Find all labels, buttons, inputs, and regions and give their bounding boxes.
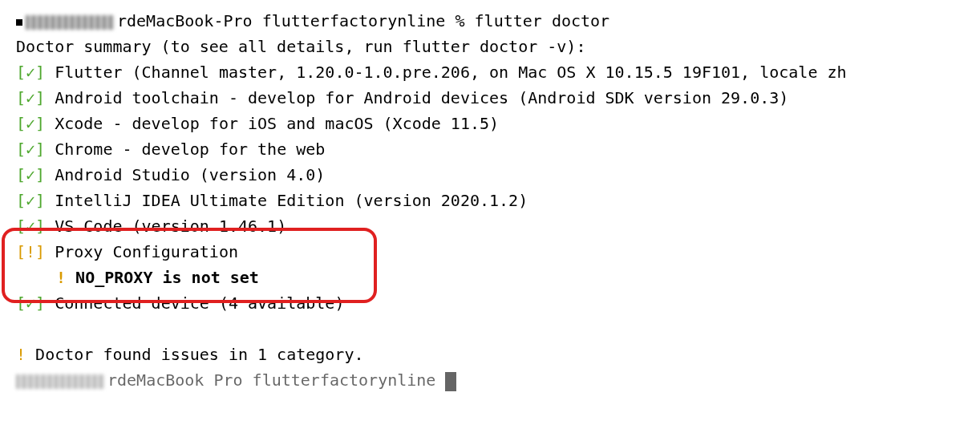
footer-text: Doctor found issues in 1 category. (35, 345, 363, 364)
check-text: VS Code (version 1.46.1) (55, 216, 286, 236)
bracket-close: ] (35, 88, 45, 107)
check-row: [✓] VS Code (version 1.46.1) (16, 213, 964, 239)
checks-list: [✓] Flutter (Channel master, 1.20.0-1.0.… (16, 59, 964, 316)
bracket-close: ] (35, 63, 45, 82)
bracket-close: ] (35, 191, 45, 210)
check-icon: ✓ (26, 63, 35, 82)
check-icon: ✓ (26, 165, 35, 184)
check-sub-row: ! NO_PROXY is not set (16, 265, 964, 290)
trailing-partial-line: rdeMacBook Pro flutterfactorynline (16, 367, 964, 393)
bracket-open: [ (16, 114, 26, 133)
bracket-open: [ (16, 140, 26, 159)
check-text: Connected device (4 available) (55, 293, 344, 313)
check-text: Proxy Configuration (55, 242, 238, 261)
bracket-close: ] (35, 216, 45, 236)
bracket-open: [ (16, 216, 26, 236)
check-row: [✓] Flutter (Channel master, 1.20.0-1.0.… (16, 59, 964, 85)
check-icon: ✓ (26, 216, 35, 236)
bracket-close: ] (35, 140, 45, 159)
footer-marker: ! (16, 345, 26, 364)
check-icon: ✓ (26, 140, 35, 159)
terminal-output: rdeMacBook-Pro flutterfactorynline % flu… (16, 8, 964, 393)
blurred-hostname-2 (16, 374, 104, 389)
bracket-open: [ (16, 88, 26, 107)
blank-line (16, 316, 964, 342)
check-icon: ✓ (26, 191, 35, 210)
prompt-symbol: % (455, 11, 464, 30)
check-icon: ✓ (26, 88, 35, 107)
check-icon: ✓ (26, 114, 35, 133)
bracket-open: [ (16, 242, 26, 261)
warn-icon: ! (26, 242, 35, 261)
check-row: [!] Proxy Configuration (16, 239, 964, 265)
blurred-hostname (26, 15, 114, 30)
check-row: [✓] IntelliJ IDEA Ultimate Edition (vers… (16, 188, 964, 213)
check-text: Chrome - develop for the web (55, 140, 325, 159)
summary-line: Doctor summary (to see all details, run … (16, 34, 964, 59)
bracket-close: ] (35, 114, 45, 133)
command: flutter doctor (475, 11, 610, 30)
host-suffix: rdeMacBook-Pro (117, 11, 253, 30)
check-row: [✓] Android toolchain - develop for Andr… (16, 85, 964, 111)
sub-marker: ! (56, 268, 66, 287)
check-row: [✓] Connected device (4 available) (16, 290, 964, 316)
check-row: [✓] Xcode - develop for iOS and macOS (X… (16, 111, 964, 136)
check-text: Android toolchain - develop for Android … (55, 88, 788, 107)
bracket-open: [ (16, 293, 26, 313)
trailing-partial: rdeMacBook Pro flutterfactorynline (107, 370, 435, 390)
check-text: Android Studio (version 4.0) (55, 165, 325, 184)
bracket-close: ] (35, 165, 45, 184)
prompt-line: rdeMacBook-Pro flutterfactorynline % flu… (16, 8, 964, 34)
cursor (445, 372, 456, 391)
sub-text: NO_PROXY is not set (75, 268, 259, 287)
bracket-close: ] (35, 293, 45, 313)
bracket-close: ] (35, 242, 45, 261)
check-text: Flutter (Channel master, 1.20.0-1.0.pre.… (55, 63, 846, 82)
footer-line: ! Doctor found issues in 1 category. (16, 342, 964, 367)
dot (16, 19, 22, 26)
bracket-open: [ (16, 191, 26, 210)
bracket-open: [ (16, 165, 26, 184)
dir: flutterfactorynline (262, 11, 446, 30)
check-text: IntelliJ IDEA Ultimate Edition (version … (55, 191, 528, 210)
bracket-open: [ (16, 63, 26, 82)
check-row: [✓] Android Studio (version 4.0) (16, 162, 964, 188)
check-row: [✓] Chrome - develop for the web (16, 136, 964, 162)
check-icon: ✓ (26, 293, 35, 313)
check-text: Xcode - develop for iOS and macOS (Xcode… (55, 114, 499, 133)
